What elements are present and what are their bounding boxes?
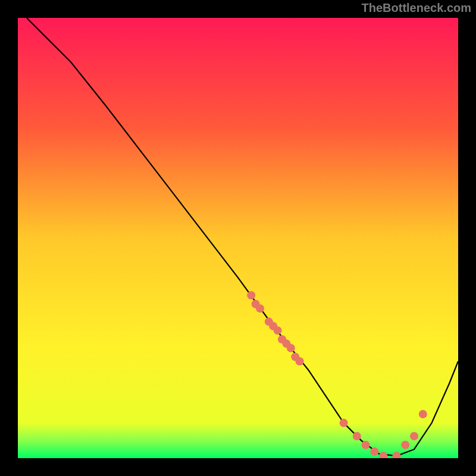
scatter-dot	[370, 447, 378, 456]
scatter-dot	[247, 291, 255, 299]
scatter-dot	[274, 326, 282, 334]
scatter-dot	[287, 344, 295, 352]
chart-background	[18, 18, 458, 458]
scatter-dot	[296, 357, 304, 365]
scatter-dot	[362, 441, 370, 449]
scatter-dot	[353, 432, 361, 440]
scatter-dot	[410, 432, 418, 440]
scatter-dot	[256, 304, 264, 312]
scatter-dot	[419, 410, 427, 418]
scatter-dot	[401, 441, 409, 449]
scatter-dot	[340, 419, 348, 427]
chart-svg	[18, 18, 458, 458]
watermark-text: TheBottleneck.com	[362, 1, 471, 15]
chart-area	[18, 18, 458, 458]
